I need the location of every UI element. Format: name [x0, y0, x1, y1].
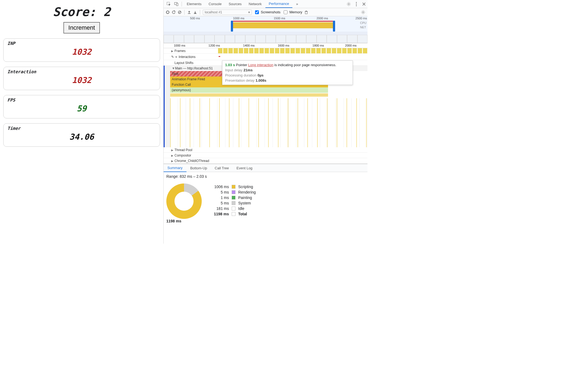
- tab-elements[interactable]: Elements: [183, 0, 205, 8]
- legend-swatch: [232, 190, 235, 194]
- stack-anon[interactable]: (anonymous): [172, 88, 191, 92]
- tooltip-v2: 1.008s: [256, 78, 267, 82]
- app-pane: Score: 2 Increment INP 1032 Interaction …: [0, 0, 163, 244]
- settings-icon[interactable]: [346, 1, 352, 7]
- track-main[interactable]: Main — http://localhost:51: [175, 66, 213, 70]
- legend-row: 5 msRendering: [210, 190, 256, 194]
- card-interaction: Interaction 1032: [3, 67, 160, 90]
- legend-swatch: [232, 185, 235, 189]
- screenshots-checkbox[interactable]: Screenshots: [254, 10, 280, 15]
- legend-row: 181 msIdle: [210, 206, 256, 211]
- tooltip-k0: Input delay: [225, 68, 243, 72]
- svg-point-5: [356, 4, 357, 4]
- card-label-fps: FPS: [7, 97, 156, 103]
- tab-console[interactable]: Console: [205, 0, 225, 8]
- upload-icon[interactable]: [187, 10, 191, 14]
- screenshots-checkbox-input[interactable]: [255, 10, 259, 14]
- legend-ms: 1006 ms: [210, 185, 229, 189]
- increment-button[interactable]: Increment: [63, 22, 100, 33]
- flamegraph-area[interactable]: ▶Frames ✎ ▼Interactions Layout Shifts 1.…: [164, 48, 367, 164]
- device-mode-icon[interactable]: [173, 1, 179, 7]
- track-layout-shifts[interactable]: Layout Shifts: [174, 61, 193, 65]
- ov-net-label: NET: [360, 25, 366, 29]
- track-frames[interactable]: Frames: [174, 49, 186, 53]
- track-childio[interactable]: Chrome_ChildIOThread: [174, 159, 209, 163]
- devtools-tabstrip: Elements Console Sources Network Perform…: [164, 0, 367, 8]
- track-threadpool[interactable]: Thread Pool: [174, 148, 192, 152]
- edit-icon[interactable]: ✎: [171, 55, 174, 59]
- summary-donut: 1198 ms: [166, 183, 202, 219]
- clear-icon[interactable]: [178, 10, 182, 14]
- screenshots-label: Screenshots: [261, 10, 280, 14]
- legend-ms: 5 ms: [210, 201, 229, 205]
- legend-swatch: [232, 196, 235, 200]
- reload-record-icon[interactable]: [172, 10, 176, 14]
- legend-row: 1198 msTotal: [210, 212, 256, 216]
- legend-name: Total: [238, 212, 247, 216]
- ov-tick: 2500 ms: [356, 17, 367, 20]
- card-value-fps: 59: [7, 104, 156, 113]
- track-compositor[interactable]: Compositor: [174, 154, 191, 157]
- download-icon[interactable]: [193, 10, 197, 14]
- card-value-interaction: 1032: [7, 75, 156, 85]
- score-heading: Score: 2: [3, 5, 160, 19]
- tab-calltree[interactable]: Call Tree: [211, 164, 233, 172]
- tooltip-k2: Presentation delay: [225, 78, 255, 82]
- legend-swatch: [232, 212, 235, 216]
- legend-name: Idle: [238, 206, 244, 211]
- svg-rect-9: [305, 11, 307, 14]
- interaction-tooltip: 1.03 s Pointer Long interaction is indic…: [222, 60, 353, 85]
- legend-ms: 1198 ms: [210, 212, 229, 216]
- flame-tick: 1600 ms: [278, 44, 289, 47]
- stack-task[interactable]: Task: [172, 72, 179, 76]
- card-value-inp: 1032: [7, 47, 156, 57]
- tooltip-kind: Pointer: [236, 63, 247, 67]
- summary-range: Range: 832 ms – 2.03 s: [164, 172, 367, 181]
- target-select[interactable]: localhost #1 ▾: [203, 10, 252, 15]
- legend-row: 1 msPainting: [210, 195, 256, 200]
- target-select-value: localhost #1: [205, 10, 222, 14]
- summary-legend: 1006 msScripting5 msRendering1 msPaintin…: [210, 183, 256, 219]
- devtools-pane: Elements Console Sources Network Perform…: [163, 0, 367, 244]
- legend-swatch: [232, 207, 235, 210]
- close-icon[interactable]: [361, 1, 367, 7]
- perf-toolbar: localhost #1 ▾ Screenshots Memory: [164, 8, 367, 16]
- overview-left-handle[interactable]: [231, 21, 233, 32]
- summary-tabs: Summary Bottom-Up Call Tree Event Log: [164, 164, 367, 172]
- memory-checkbox-input[interactable]: [284, 10, 287, 14]
- perf-settings-icon[interactable]: [361, 10, 365, 14]
- inspect-icon[interactable]: [166, 1, 172, 7]
- card-label-interaction: Interaction: [7, 69, 156, 74]
- legend-name: Scripting: [238, 185, 253, 189]
- card-value-timer: 34.06: [7, 132, 156, 142]
- tab-sources[interactable]: Sources: [225, 0, 245, 8]
- card-timer: Timer 34.06: [3, 123, 160, 147]
- tab-eventlog[interactable]: Event Log: [233, 164, 256, 172]
- more-tabs-icon[interactable]: »: [293, 0, 301, 8]
- tab-performance[interactable]: Performance: [265, 0, 292, 8]
- stack-af[interactable]: Animation Frame Fired: [172, 77, 205, 81]
- tab-bottomup[interactable]: Bottom-Up: [186, 164, 211, 172]
- flame-ruler[interactable]: 1000 ms 1200 ms 1400 ms 1600 ms 1800 ms …: [164, 43, 367, 48]
- record-icon[interactable]: [166, 10, 170, 14]
- ov-tick: 1000 ms: [233, 17, 244, 20]
- legend-row: 5 msSystem: [210, 201, 256, 205]
- legend-ms: 181 ms: [210, 206, 229, 211]
- track-interactions[interactable]: Interactions: [179, 55, 195, 59]
- score-value: 2: [103, 5, 111, 19]
- svg-point-4: [356, 2, 357, 3]
- card-inp: INP 1032: [3, 38, 160, 62]
- tooltip-link[interactable]: Long interaction: [248, 63, 274, 67]
- legend-ms: 5 ms: [210, 190, 229, 194]
- overview-right-handle[interactable]: [333, 21, 335, 32]
- screenshot-strip[interactable]: [164, 35, 367, 43]
- tab-network[interactable]: Network: [246, 0, 265, 8]
- memory-checkbox[interactable]: Memory: [283, 10, 302, 15]
- gc-icon[interactable]: [304, 10, 308, 14]
- stack-fc[interactable]: Function Call: [172, 83, 191, 87]
- memory-label: Memory: [289, 10, 302, 14]
- kebab-icon[interactable]: [353, 1, 359, 7]
- tab-summary[interactable]: Summary: [164, 164, 186, 172]
- chevron-down-icon: ▾: [248, 10, 250, 14]
- overview-minimap[interactable]: 500 ms 1000 ms 1500 ms 2000 ms 2500 ms C…: [164, 16, 367, 43]
